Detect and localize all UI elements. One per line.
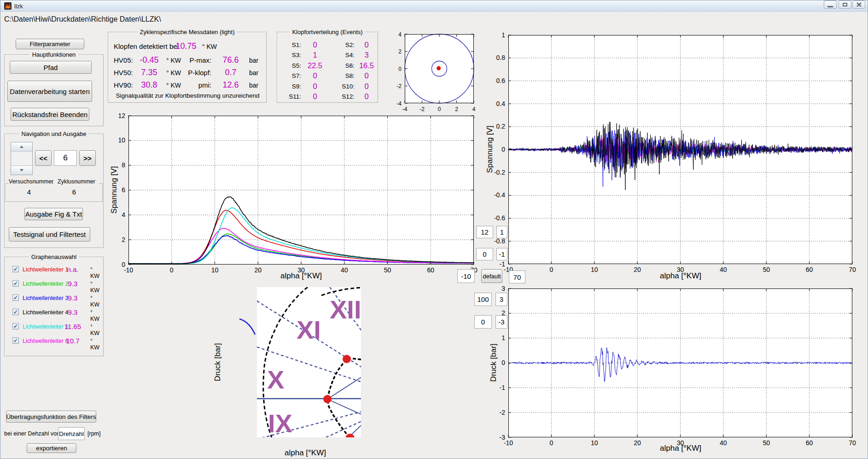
filtered-plot-ylabel: Spannung [V] bbox=[485, 117, 495, 182]
filtered-ymax-input[interactable]: 1 bbox=[496, 226, 507, 238]
sensor-events: 3 bbox=[355, 51, 378, 59]
slider-up-button[interactable] bbox=[11, 142, 32, 152]
xmax-input[interactable]: 70 bbox=[509, 271, 525, 283]
sensor-label: S8: bbox=[325, 72, 355, 79]
sensor-label: S10: bbox=[325, 83, 355, 90]
channel-checkbox[interactable]: ✓ bbox=[12, 337, 19, 344]
svg-text:12: 12 bbox=[118, 112, 125, 119]
hv50-row: HV50: 7.35 ° KW P-klopf: 0.7 bar bbox=[108, 69, 266, 79]
versuchsnummer-value: 4 bbox=[14, 188, 44, 196]
druck-ymax-input[interactable]: 3 bbox=[495, 293, 507, 306]
uebertragungsfunktion-button[interactable]: Übertragungsfunktion des Filters bbox=[6, 411, 96, 423]
rueckstandsfrei-beenden-button[interactable]: Rückstandsfrei Beenden bbox=[11, 108, 89, 121]
clock-numeral: XI bbox=[297, 315, 321, 344]
hv05-unit: ° KW bbox=[166, 57, 181, 64]
zyklusnummer-value: 6 bbox=[59, 188, 89, 196]
svg-text:1: 1 bbox=[501, 31, 505, 39]
klopfort-row: S7:0S8:0 bbox=[277, 72, 378, 82]
svg-text:-0.2: -0.2 bbox=[494, 169, 505, 176]
navigation-title: Navigation und Ausgabe bbox=[19, 130, 89, 137]
sensor-label: S4: bbox=[325, 52, 355, 59]
previous-cycle-button[interactable]: << bbox=[35, 150, 52, 166]
svg-text:2: 2 bbox=[398, 48, 402, 55]
graphenauswahl-group: Graphenauswahl ✓Lichtwellenleiter 1n.a.°… bbox=[4, 257, 104, 356]
sensor-label: S2: bbox=[325, 41, 355, 48]
restore-button[interactable] bbox=[839, 0, 851, 9]
sensor-label: S1: bbox=[278, 41, 301, 48]
svg-text:0.8: 0.8 bbox=[496, 54, 506, 61]
datenverarbeitung-starten-button[interactable]: Datenverarbeitung starten bbox=[7, 81, 92, 102]
svg-text:0.6: 0.6 bbox=[496, 77, 506, 84]
sensor-events: 22.5 bbox=[304, 61, 326, 70]
next-cycle-button[interactable]: >> bbox=[79, 150, 96, 166]
clock-ylabel: Druck [bar] bbox=[213, 337, 222, 388]
druck-xmin-input[interactable]: 0 bbox=[474, 315, 492, 329]
svg-text:4: 4 bbox=[122, 211, 125, 218]
drehzahl-input[interactable]: Drehzahl bbox=[58, 427, 85, 440]
slider-down-button[interactable] bbox=[11, 165, 32, 175]
svg-text:10: 10 bbox=[591, 266, 598, 273]
cycle-number-input[interactable]: 6 bbox=[54, 150, 77, 166]
ausgabe-fig-txt-button[interactable]: Ausgabe Fig & Txt bbox=[24, 208, 83, 220]
svg-text:1: 1 bbox=[501, 334, 505, 341]
svg-text:50: 50 bbox=[384, 266, 391, 274]
close-button[interactable] bbox=[852, 0, 865, 9]
window-title: llzk bbox=[14, 3, 23, 10]
rpm-unit-label: [rpm] bbox=[87, 430, 100, 437]
svg-text:-0.4: -0.4 bbox=[494, 191, 505, 199]
check-icon: ✓ bbox=[13, 338, 18, 343]
hv90-value: 30.8 bbox=[134, 80, 164, 90]
exportieren-button[interactable]: exportieren bbox=[27, 443, 76, 453]
messdaten-panel: Zyklenspezifische Messdaten (light) Klop… bbox=[108, 32, 267, 103]
signal-quality-note: Signalqualität zur Klopfortbestimmung un… bbox=[108, 92, 267, 99]
svg-text:0: 0 bbox=[549, 266, 553, 273]
filtered-signal-plot: -10010203040506070-1-0.8-0.6-0.4-0.200.2… bbox=[508, 35, 852, 264]
channel-knock-angle: 10.7 bbox=[58, 337, 87, 345]
sensor-label: S11: bbox=[278, 93, 301, 100]
application-window: llzk C:\Daten\Hiwi\Druckdaten\Richtige D… bbox=[0, 0, 868, 459]
pmi-unit: bar bbox=[249, 82, 258, 89]
sensor-label: S6: bbox=[325, 62, 355, 69]
clock-numeral: X bbox=[267, 365, 284, 394]
svg-text:70: 70 bbox=[849, 439, 856, 447]
sensor-events: 0 bbox=[304, 71, 326, 80]
spannung-ymax-input[interactable]: 12 bbox=[476, 226, 493, 238]
minimize-button[interactable] bbox=[824, 0, 837, 9]
current-path: C:\Daten\Hiwi\Druckdaten\Richtige Daten\… bbox=[4, 15, 161, 24]
cycle-slider[interactable] bbox=[11, 142, 33, 175]
channel-checkbox[interactable]: ✓ bbox=[12, 309, 19, 315]
svg-text:2: 2 bbox=[455, 106, 458, 112]
channel-row: ✓Lichtwellenleiter 49.3° KW bbox=[5, 308, 103, 318]
app-icon bbox=[4, 2, 12, 10]
druck-ymin-input[interactable]: -3 bbox=[495, 315, 507, 329]
spannung-ymin-input[interactable]: 0 bbox=[476, 248, 493, 260]
default-axes-button[interactable]: default bbox=[481, 269, 502, 283]
hv90-label: HV90: bbox=[114, 81, 133, 89]
hv90-row: HV90: 30.8 ° KW pmi: 12.6 bar bbox=[108, 81, 266, 91]
check-icon: ✓ bbox=[13, 266, 18, 272]
channel-unit: ° KW bbox=[90, 295, 103, 308]
druck-xmax-input[interactable]: 100 bbox=[474, 293, 492, 306]
channel-checkbox[interactable]: ✓ bbox=[12, 280, 19, 287]
channel-checkbox[interactable]: ✓ bbox=[12, 266, 19, 272]
filterparameter-button[interactable]: Filterparameter bbox=[16, 39, 84, 49]
svg-text:-2: -2 bbox=[396, 83, 402, 89]
pfad-button[interactable]: Pfad bbox=[10, 61, 92, 74]
sensor-label: S12: bbox=[325, 93, 355, 100]
testsignal-filtertest-button[interactable]: Testsignal und Filtertest bbox=[9, 227, 90, 241]
sensor-events: 0 bbox=[355, 92, 378, 101]
svg-text:8: 8 bbox=[122, 161, 125, 169]
filtered-ymin-input[interactable]: -1 bbox=[496, 248, 507, 260]
messdaten-title: Zyklenspezifische Messdaten (light) bbox=[138, 29, 237, 35]
channel-checkbox[interactable]: ✓ bbox=[12, 294, 19, 301]
channel-checkbox[interactable]: ✓ bbox=[12, 323, 19, 330]
down-arrow-icon bbox=[20, 169, 23, 171]
svg-text:-4: -4 bbox=[402, 106, 408, 112]
svg-text:-0.6: -0.6 bbox=[494, 214, 505, 222]
channel-row: ✓Lichtwellenleiter 29.3° KW bbox=[5, 280, 103, 289]
pklopf-unit: bar bbox=[249, 69, 258, 76]
xmin-input[interactable]: -10 bbox=[457, 269, 475, 283]
svg-text:0: 0 bbox=[549, 439, 553, 447]
svg-text:60: 60 bbox=[806, 266, 813, 273]
channel-row: ✓Lichtwellenleiter 511.65° KW bbox=[5, 323, 103, 332]
